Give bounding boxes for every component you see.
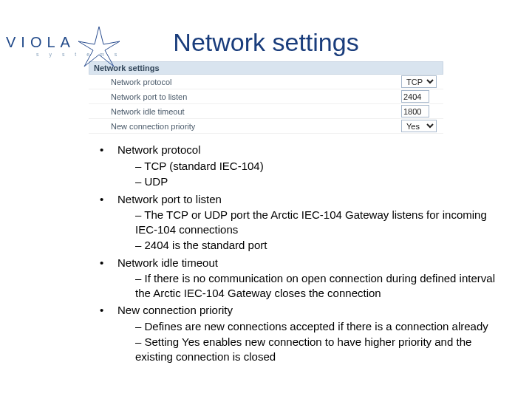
settings-row: Network port to listen [89,89,443,104]
sub-bullet-item: Defines are new connections accepted if … [135,319,495,334]
settings-panel: Network settings Network protocol TCP Ne… [89,61,443,134]
sub-bullet-item: Setting Yes enables new connection to ha… [135,335,495,364]
idle-timeout-input[interactable] [401,105,429,117]
new-connection-priority-select[interactable]: Yes [401,120,437,132]
settings-row-label: Network idle timeout [89,106,400,117]
bullet-content: Network protocol TCP (standard IEC-104) … [85,143,495,364]
settings-panel-header: Network settings [89,61,443,75]
bullet-text: Network port to listen [117,193,222,205]
slide: VIOLA s y s t e m s Network settings Net… [0,28,532,399]
settings-row-label: Network port to listen [89,91,400,103]
sub-bullet-item: If there is no communication on open con… [135,271,495,300]
sub-bullet-item: UDP [135,174,495,189]
network-protocol-select[interactable]: TCP [401,75,437,88]
sub-bullet-item: 2404 is the standard port [135,238,495,253]
sub-bullet-item: TCP (standard IEC-104) [135,159,495,174]
network-port-input[interactable] [401,90,429,103]
bullet-item: Network idle timeout If there is no comm… [100,256,495,301]
settings-row: Network protocol TCP [89,75,443,89]
settings-row: New connection priority Yes [89,119,443,134]
settings-row: Network idle timeout [89,104,443,119]
brand-logo: VIOLA s y s t e m s [3,33,143,61]
bullet-item: Network protocol TCP (standard IEC-104) … [100,143,495,189]
bullet-item: Network port to listen The TCP or UDP po… [100,192,495,253]
bullet-text: Network protocol [117,143,201,156]
sub-bullet-item: The TCP or UDP port the Arctic IEC-104 G… [135,208,495,236]
bullet-item: New connection priority Defines are new … [100,303,495,364]
settings-row-label: New connection priority [89,120,400,132]
brand-star-icon [77,25,121,69]
settings-row-label: Network protocol [89,76,400,88]
bullet-text: Network idle timeout [117,256,218,269]
bullet-text: New connection priority [117,304,233,316]
brand-logo-text: VIOLA [6,34,75,51]
